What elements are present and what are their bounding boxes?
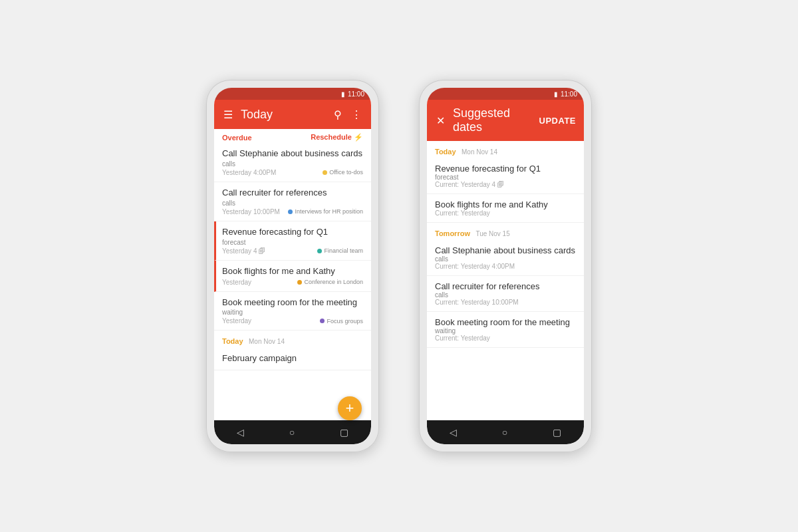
search-icon[interactable]: ⚲ [332,107,343,122]
tomorrow-date: Tue Nov 15 [475,230,509,237]
tomorrow-label: Tomorrow [435,229,470,237]
task-tag: Office to-dos [323,169,363,176]
tag-dot [323,170,327,175]
task-tag: Interviews for HR position [288,208,363,215]
nav-back-icon[interactable]: ◁ [237,427,244,438]
app-header-2: ✕ Suggested dates UPDATE [427,100,584,141]
phone-2-screen: ▮ 11:00 ✕ Suggested dates UPDATE Today M… [427,88,584,444]
task-date: Yesterday 4 🗐 [222,247,265,255]
task-meta: Yesterday 10:00PM Interviews for HR posi… [222,208,363,215]
nav-home-icon[interactable]: ○ [289,427,295,438]
nav-recents-icon[interactable]: ▢ [340,427,348,438]
nav-back-icon-2[interactable]: ◁ [450,427,457,438]
task-title: Call recruiter for references [222,188,363,199]
today-label-2: Today [435,148,456,156]
header-title-1: Today [241,108,326,122]
s-title: Book meeting room for the meeting [435,317,576,327]
nav-bar-2: ◁ ○ ▢ [427,420,584,444]
suggested-item-flights[interactable]: Book flights for me and Kathy Current: Y… [427,194,584,223]
phone-1: ▮ 11:00 ☰ Today ⚲ ⋮ Overdue Reschedule ⚡ [206,80,379,452]
task-meta: Yesterday Focus groups [222,317,363,325]
task-title: Book meeting room for the meeting [222,297,363,309]
menu-icon[interactable]: ☰ [222,107,234,122]
s-current: Current: Yesterday 4:00PM [435,263,576,270]
today-section-header-2: Today Mon Nov 14 [427,141,584,158]
suggested-item-revenue[interactable]: Revenue forecasting for Q1 forecast Curr… [427,158,584,194]
task-date: Yesterday [222,279,251,286]
suggested-item-meeting-room[interactable]: Book meeting room for the meeting waitin… [427,312,584,348]
tag-dot [317,249,322,253]
suggested-item-recruiter[interactable]: Call recruiter for references calls Curr… [427,276,584,312]
task-meta: Yesterday 4:00PM Office to-dos [222,169,363,176]
today-section-header: Today Mon Nov 14 [214,331,371,348]
overdue-label: Overdue [222,134,252,142]
task-title: Call Stephanie about business cards [222,148,363,160]
status-bar-1: ▮ 11:00 [214,88,371,100]
task-meta: Yesterday Conference in London [222,279,363,286]
task-sub: calls [222,160,363,168]
more-icon[interactable]: ⋮ [350,107,363,122]
task-date: Yesterday 10:00PM [222,208,280,215]
tag-dot [297,280,302,285]
status-bar-2: ▮ 11:00 [427,88,584,100]
nav-home-icon-2[interactable]: ○ [502,427,507,438]
today-date: Mon Nov 14 [249,338,285,345]
s-current: Current: Yesterday 4 🗐 [435,181,576,188]
task-tag: Conference in London [297,279,363,285]
task-item-feb[interactable]: February campaign [214,348,371,370]
overdue-section-header: Overdue Reschedule ⚡ [214,129,371,143]
phones-container: ▮ 11:00 ☰ Today ⚲ ⋮ Overdue Reschedule ⚡ [206,80,592,452]
task-title: Revenue forecasting for Q1 [222,227,363,238]
close-icon[interactable]: ✕ [435,113,446,128]
header-title-2: Suggested dates [453,106,533,134]
app-header-1: ☰ Today ⚲ ⋮ [214,100,371,129]
s-current: Current: Yesterday [435,209,576,217]
s-title: Book flights for me and Kathy [435,200,576,209]
nav-bar-1: ◁ ○ ▢ [214,420,371,444]
task-title: February campaign [222,353,363,364]
s-sub: waiting [435,327,576,334]
tag-dot [320,319,325,323]
phone-1-screen: ▮ 11:00 ☰ Today ⚲ ⋮ Overdue Reschedule ⚡ [214,88,371,444]
today-date-2: Mon Nov 14 [462,148,497,156]
task-date: Yesterday 4:00PM [222,169,276,176]
task-sub: forecast [222,239,363,246]
task-tag: Focus groups [320,318,363,325]
time-1: 11:00 [348,90,364,98]
battery-icon-1: ▮ [341,90,345,98]
s-sub: calls [435,291,576,299]
s-title: Revenue forecasting for Q1 [435,164,576,174]
s-current: Current: Yesterday [435,334,576,342]
content-area-2: Today Mon Nov 14 Revenue forecasting for… [427,141,584,420]
content-area-1: Overdue Reschedule ⚡ Call Stephanie abou… [214,129,371,420]
s-title: Call Stephanie about business cards [435,245,576,255]
task-sub: calls [222,200,363,207]
task-item[interactable]: Call Stephanie about business cards call… [214,143,371,182]
s-current: Current: Yesterday 10:00PM [435,299,576,306]
s-title: Call recruiter for references [435,281,576,291]
battery-icon-2: ▮ [554,90,558,98]
tomorrow-section-header: Tomorrow Tue Nov 15 [427,223,584,240]
s-sub: calls [435,255,576,263]
time-2: 11:00 [561,90,577,98]
fab-button[interactable]: + [338,396,362,420]
tag-dot [288,209,293,214]
task-item-revenue[interactable]: Revenue forecasting for Q1 forecast Yest… [214,221,371,261]
task-meta: Yesterday 4 🗐 Financial team [222,247,363,255]
task-sub: waiting [222,309,363,316]
task-date: Yesterday [222,317,251,325]
task-item-flights[interactable]: Book flights for me and Kathy Yesterday … [214,261,371,292]
task-item-meeting[interactable]: Book meeting room for the meeting waitin… [214,292,371,331]
task-item[interactable]: Call recruiter for references calls Yest… [214,182,371,221]
task-title: Book flights for me and Kathy [222,266,363,277]
nav-recents-icon-2[interactable]: ▢ [553,427,561,438]
suggested-item-stephanie[interactable]: Call Stephanie about business cards call… [427,240,584,276]
today-label: Today [222,337,243,345]
update-button[interactable]: UPDATE [539,116,576,126]
task-tag: Financial team [317,247,363,254]
reschedule-button[interactable]: Reschedule ⚡ [311,133,363,142]
s-sub: forecast [435,174,576,181]
phone-2: ▮ 11:00 ✕ Suggested dates UPDATE Today M… [419,80,592,452]
